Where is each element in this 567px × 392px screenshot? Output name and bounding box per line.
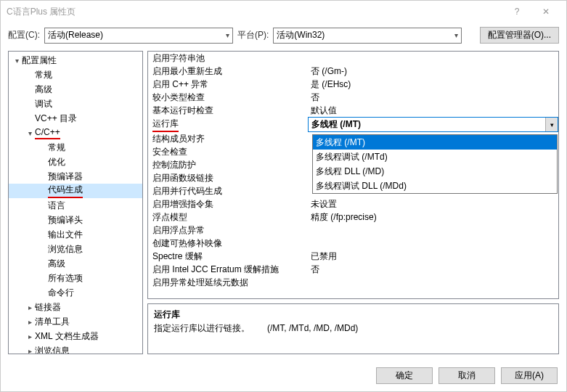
tree-item[interactable]: ·命令行	[9, 285, 142, 300]
nav-tree[interactable]: ▾配置属性·常规·高级·调试·VC++ 目录▾C/C++·常规·优化·预编译器·…	[8, 51, 143, 354]
property-name: 控制流防护	[148, 158, 308, 171]
property-row[interactable]: 启用最小重新生成否 (/Gm-)	[148, 65, 558, 78]
ok-button[interactable]: 确定	[376, 367, 433, 384]
property-name: 运行库	[148, 117, 308, 132]
expand-right-icon[interactable]: ▸	[25, 347, 35, 355]
tree-item[interactable]: ·VC++ 目录	[9, 111, 142, 126]
chevron-down-icon: ▾	[454, 31, 458, 39]
tree-item-label: 清单工具	[35, 316, 70, 328]
tree-item[interactable]: ·预编译头	[9, 213, 142, 227]
chevron-down-icon: ▾	[226, 31, 229, 39]
property-value[interactable]: 默认值	[308, 104, 558, 117]
property-row[interactable]: 启用 Intel JCC Erratum 缓解措施否	[148, 263, 558, 276]
tree-item[interactable]: ·输出文件	[9, 227, 142, 242]
tree-item[interactable]: ·代码生成	[9, 184, 142, 198]
property-row[interactable]: 创建可热修补映像	[148, 237, 558, 250]
platform-combo[interactable]: 活动(Win32) ▾	[273, 28, 462, 44]
tree-item-label: 配置属性	[22, 54, 57, 67]
property-row[interactable]: 启用字符串池	[148, 52, 558, 65]
platform-value: 活动(Win32)	[277, 29, 325, 41]
expand-right-icon[interactable]: ▸	[25, 318, 35, 326]
tree-item[interactable]: ▾配置属性	[9, 53, 142, 68]
config-label: 配置(C):	[8, 29, 40, 41]
main-area: ▾配置属性·常规·高级·调试·VC++ 目录▾C/C++·常规·优化·预编译器·…	[1, 51, 566, 360]
tree-item[interactable]: ·高级	[9, 82, 142, 97]
tree-item[interactable]: ·预编译器	[9, 169, 142, 184]
dropdown-option[interactable]: 多线程调试 (/MTd)	[313, 150, 557, 164]
property-name: 创建可热修补映像	[148, 237, 308, 250]
tree-item-label: 预编译器	[48, 171, 83, 183]
window-title: C语言Plus 属性页	[7, 6, 502, 18]
expand-down-icon[interactable]: ▾	[25, 129, 35, 137]
tree-item[interactable]: ·常规	[9, 68, 142, 82]
property-row[interactable]: 启用浮点异常	[148, 224, 558, 237]
property-value[interactable]	[308, 52, 558, 65]
tree-item-label: 高级	[35, 83, 52, 96]
tree-item-label: 调试	[35, 98, 52, 110]
property-name: 启用浮点异常	[148, 224, 308, 237]
tree-item[interactable]: ·常规	[9, 140, 142, 155]
config-manager-button[interactable]: 配置管理器(O)...	[480, 27, 559, 44]
config-combo[interactable]: 活动(Release) ▾	[44, 28, 233, 44]
config-value: 活动(Release)	[48, 29, 103, 41]
property-row[interactable]: 基本运行时检查默认值	[148, 104, 558, 117]
property-value[interactable]: 多线程 (/MT)▾	[308, 117, 558, 132]
property-value[interactable]	[308, 276, 558, 289]
property-row[interactable]: 启用异常处理延续元数据	[148, 276, 558, 289]
dropdown-option[interactable]: 多线程 (/MT)	[313, 135, 557, 150]
property-name: 启用异常处理延续元数据	[148, 276, 308, 289]
tree-item[interactable]: ▸清单工具	[9, 314, 142, 329]
tree-item-label: 语言	[48, 200, 65, 212]
property-name: 启用 C++ 异常	[148, 78, 308, 91]
tree-item[interactable]: ▾C/C++	[9, 126, 142, 140]
help-button[interactable]: ?	[502, 7, 531, 17]
property-name: 启用 Intel JCC Erratum 缓解措施	[148, 263, 308, 276]
expand-right-icon[interactable]: ▸	[25, 332, 35, 340]
tree-item[interactable]: ▸链接器	[9, 300, 142, 314]
property-value[interactable]: 否	[308, 263, 558, 276]
tree-item[interactable]: ▸XML 文档生成器	[9, 329, 142, 343]
expand-down-icon[interactable]: ▾	[12, 57, 22, 65]
property-name: 较小类型检查	[148, 91, 308, 104]
dialog-footer: 确定 取消 应用(A)	[376, 367, 558, 384]
property-row[interactable]: 较小类型检查否	[148, 91, 558, 104]
tree-item[interactable]: ▸浏览信息	[9, 343, 142, 354]
property-value[interactable]: 精度 (/fp:precise)	[308, 211, 558, 224]
description-title: 运行库	[154, 309, 552, 321]
property-row[interactable]: Spectre 缓解已禁用	[148, 250, 558, 263]
property-value[interactable]: 未设置	[308, 197, 558, 211]
property-grid[interactable]: 启用字符串池启用最小重新生成否 (/Gm-)启用 C++ 异常是 (/EHsc)…	[147, 51, 559, 299]
tree-item[interactable]: ·优化	[9, 155, 142, 169]
tree-item[interactable]: ·所有选项	[9, 271, 142, 285]
tree-item-label: 浏览信息	[35, 345, 70, 355]
apply-button[interactable]: 应用(A)	[501, 367, 558, 384]
property-name: Spectre 缓解	[148, 250, 308, 263]
tree-item[interactable]: ·调试	[9, 97, 142, 111]
property-name: 基本运行时检查	[148, 104, 308, 117]
property-row[interactable]: 浮点模型精度 (/fp:precise)	[148, 211, 558, 224]
property-value[interactable]	[308, 224, 558, 237]
expand-right-icon[interactable]: ▸	[25, 303, 35, 311]
runtime-library-dropdown[interactable]: 多线程 (/MT)多线程调试 (/MTd)多线程 DLL (/MD)多线程调试 …	[312, 134, 558, 194]
property-value[interactable]: 否 (/Gm-)	[308, 65, 558, 78]
dropdown-option[interactable]: 多线程调试 DLL (/MDd)	[313, 179, 557, 193]
tree-item-label: 浏览信息	[48, 243, 83, 256]
tree-item[interactable]: ·语言	[9, 198, 142, 213]
cancel-button[interactable]: 取消	[438, 367, 495, 384]
close-button[interactable]: ✕	[531, 7, 560, 17]
tree-item[interactable]: ·高级	[9, 256, 142, 271]
property-row[interactable]: 运行库多线程 (/MT)▾	[148, 117, 558, 132]
dropdown-option[interactable]: 多线程 DLL (/MD)	[313, 164, 557, 179]
property-value[interactable]: 已禁用	[308, 250, 558, 263]
property-row[interactable]: 启用 C++ 异常是 (/EHsc)	[148, 78, 558, 91]
property-value[interactable]: 是 (/EHsc)	[308, 78, 558, 91]
property-name: 安全检查	[148, 145, 308, 158]
property-value[interactable]: 否	[308, 91, 558, 104]
dropdown-toggle-icon[interactable]: ▾	[545, 118, 558, 131]
property-value[interactable]	[308, 237, 558, 250]
property-name: 启用并行代码生成	[148, 184, 308, 197]
tree-item-label: 预编译头	[48, 214, 83, 226]
property-row[interactable]: 启用增强指令集未设置	[148, 197, 558, 211]
tree-item[interactable]: ·浏览信息	[9, 242, 142, 256]
property-name: 启用函数级链接	[148, 171, 308, 184]
